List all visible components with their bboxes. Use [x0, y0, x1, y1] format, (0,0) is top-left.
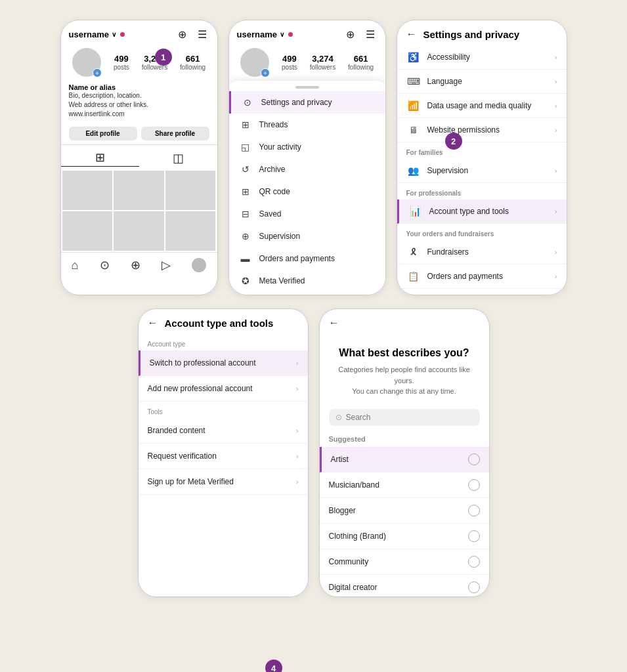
orders-payments-icon: 📋	[406, 271, 421, 282]
category-item-clothing[interactable]: Clothing (Brand)	[320, 524, 489, 549]
settings-item-fundraisers[interactable]: 🎗 Fundraisers ›	[397, 240, 567, 264]
meta-verified-chevron: ›	[296, 478, 299, 486]
add-professional-label: Add new professional account	[148, 384, 253, 393]
phone5-search[interactable]: ⊙	[329, 409, 480, 426]
switch-professional-label: Switch to professional account	[150, 358, 256, 368]
grid-cell-4	[62, 211, 113, 251]
phone4: ← Account type and tools Account type Sw…	[138, 308, 309, 597]
radio-blogger[interactable]	[468, 505, 480, 516]
menu-item-supervision[interactable]: ⊕ Supervision	[229, 225, 385, 247]
tab-tagged[interactable]: ◫	[139, 149, 217, 167]
phone1-avatar-plus[interactable]: +	[93, 68, 102, 77]
phone5-title: What best describes you?	[333, 347, 476, 359]
grid-cell-1	[62, 171, 113, 210]
menu-item-settings[interactable]: ⊙ Settings and privacy	[229, 91, 385, 114]
phone2-avatar-plus[interactable]: +	[261, 68, 270, 77]
grid-cell-6	[165, 211, 216, 251]
menu-icon[interactable]: ☰	[195, 27, 209, 41]
radio-musician[interactable]	[468, 479, 480, 491]
menu-item-activity-label: Your activity	[259, 142, 301, 152]
page-layout: 1 username ∨ ⊕ ☰	[13, 13, 614, 597]
share-profile-button[interactable]: Share profile	[141, 127, 209, 140]
chevron-icon-fundraisers: ›	[555, 248, 557, 256]
radio-clothing[interactable]	[468, 530, 480, 542]
menu-item-saved[interactable]: ⊟ Saved	[229, 203, 385, 225]
phone5-describe-header: What best describes you? Categories help…	[320, 334, 489, 402]
phone2-menu-icon[interactable]: ☰	[363, 27, 378, 41]
phone1-username: username	[69, 30, 109, 39]
menu-item-activity[interactable]: ◱ Your activity	[229, 136, 385, 158]
tools-section-label: Tools	[139, 402, 308, 418]
account-type-section-label: Account type	[139, 334, 308, 350]
radio-artist[interactable]	[468, 453, 480, 465]
phone2-followers-label: followers	[310, 64, 335, 71]
settings-item-data-label: Data usage and media quality	[427, 101, 555, 110]
category-item-artist[interactable]: Artist	[320, 447, 489, 472]
switch-professional-chevron: ›	[296, 359, 299, 367]
phone2-posts-label: posts	[282, 64, 297, 71]
phone5-search-input[interactable]	[346, 413, 473, 422]
category-item-blogger[interactable]: Blogger	[320, 498, 489, 524]
settings-item-website[interactable]: 🖥 Website permissions ›	[397, 118, 567, 142]
data-icon: 📶	[406, 100, 421, 111]
phone2-header-icons: ⊕ ☰	[343, 27, 378, 41]
bottom-row: 4 ← Account type and tools Account type …	[13, 308, 614, 597]
settings-item-data[interactable]: 📶 Data usage and media quality ›	[397, 94, 567, 118]
menu-item-archive[interactable]: ↺ Archive	[229, 158, 385, 180]
settings-item-language[interactable]: ⌨ Language ›	[397, 70, 567, 94]
add-icon[interactable]: ⊕	[175, 27, 190, 41]
nav-avatar[interactable]	[192, 258, 206, 272]
step-badge-4: 4	[265, 660, 282, 672]
phone4-back-arrow[interactable]: ←	[148, 317, 158, 329]
search-icon[interactable]: ⊙	[100, 258, 110, 272]
section-label-more: More info and support	[397, 289, 567, 295]
orders-icon: ▬	[240, 253, 251, 264]
menu-item-orders[interactable]: ▬ Orders and payments	[229, 247, 385, 270]
tab-grid[interactable]: ⊞	[61, 149, 139, 167]
request-verification-item[interactable]: Request verification ›	[139, 444, 308, 469]
add-professional-chevron: ›	[296, 385, 299, 392]
supervision-settings-icon: 👥	[406, 165, 421, 176]
add-post-icon[interactable]: ⊕	[131, 258, 141, 272]
phone2-status-dot	[288, 32, 293, 37]
settings-item-account-type[interactable]: 📊 Account type and tools ›	[397, 200, 567, 224]
radio-digital[interactable]	[468, 581, 480, 593]
category-item-musician[interactable]: Musician/band	[320, 472, 489, 498]
radio-community[interactable]	[468, 556, 480, 568]
menu-item-meta[interactable]: ✪ Meta Verified	[229, 270, 385, 292]
settings-item-supervision[interactable]: 👥 Supervision ›	[397, 159, 567, 183]
phone1-header-icons: ⊕ ☰	[175, 27, 209, 41]
reels-icon[interactable]: ▷	[162, 258, 171, 272]
grid-cell-3	[165, 171, 216, 210]
category-item-digital[interactable]: Digital creator	[320, 575, 489, 597]
menu-item-supervision-label: Supervision	[259, 232, 301, 241]
settings-item-accessibility[interactable]: ♿ Accessibility ›	[397, 45, 567, 70]
menu-item-qr[interactable]: ⊞ QR code	[229, 180, 385, 203]
menu-item-threads[interactable]: ⊞ Threads	[229, 114, 385, 136]
switch-professional-item[interactable]: Switch to professional account ›	[139, 350, 308, 376]
phone5-wrapper: 5 ← What best describes you? Categories …	[319, 308, 490, 597]
accessibility-icon: ♿	[406, 52, 421, 62]
add-professional-item[interactable]: Add new professional account ›	[139, 376, 308, 402]
phone2-username: username	[237, 30, 277, 39]
meta-verified-item[interactable]: Sign up for Meta Verified ›	[139, 469, 308, 495]
phone1-profile-name: Name or alias	[69, 83, 209, 91]
language-icon: ⌨	[406, 76, 421, 87]
phone2-followers-num: 3,274	[312, 54, 334, 64]
phone2-following-label: following	[348, 64, 374, 71]
phone1-following-label: following	[180, 64, 205, 71]
grid-cell-5	[114, 211, 164, 251]
phone2-add-icon[interactable]: ⊕	[343, 27, 358, 41]
home-icon[interactable]: ⌂	[72, 259, 79, 272]
category-label-community: Community	[329, 557, 369, 566]
phone1-stats: + 499 posts 3,274 followers 661	[61, 45, 217, 82]
saved-icon: ⊟	[240, 209, 251, 219]
phone1-bottom-nav: ⌂ ⊙ ⊕ ▷	[61, 252, 217, 278]
branded-content-item[interactable]: Branded content ›	[139, 418, 308, 444]
chevron-icon-account: ›	[555, 207, 557, 215]
phone5-back-arrow[interactable]: ←	[329, 317, 339, 329]
edit-profile-button[interactable]: Edit profile	[69, 127, 137, 140]
settings-item-orders-payments[interactable]: 📋 Orders and payments ›	[397, 264, 567, 289]
phone3-back-arrow[interactable]: ←	[406, 28, 417, 40]
category-item-community[interactable]: Community	[320, 549, 489, 575]
